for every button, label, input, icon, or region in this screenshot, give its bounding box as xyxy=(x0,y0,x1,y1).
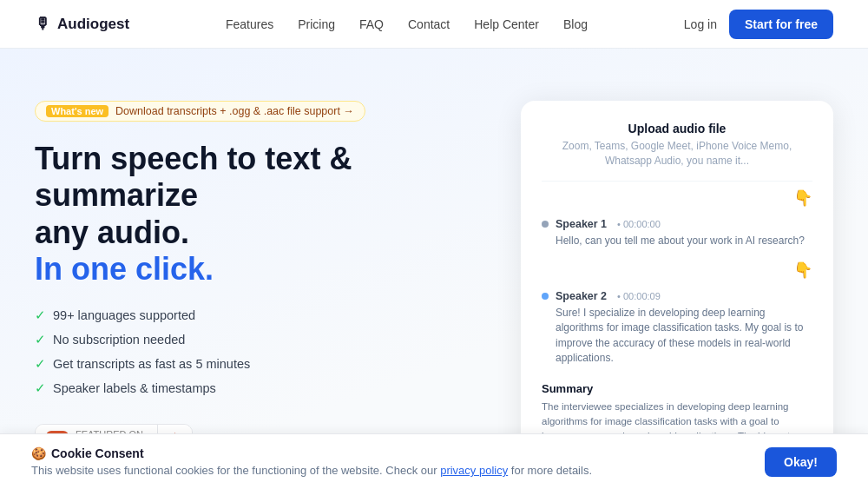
speaker2-name: Speaker 2 xyxy=(556,290,607,302)
speaker1-time: • 00:00:00 xyxy=(617,219,661,229)
nav-link-features[interactable]: Features xyxy=(226,17,273,31)
cookie-privacy-link[interactable]: privacy policy xyxy=(440,464,508,477)
logo-icon: 🎙 xyxy=(35,15,50,33)
speaker2-time: • 00:00:09 xyxy=(617,291,661,301)
speaker1-text: Hello, can you tell me about your work i… xyxy=(542,234,812,248)
check-label-1: 99+ languages supported xyxy=(53,308,195,322)
cookie-desc-end: for more details. xyxy=(508,464,592,477)
nav-link-pricing[interactable]: Pricing xyxy=(298,17,335,31)
badge-tag: What's new xyxy=(46,105,108,117)
nav-actions: Log in Start for free xyxy=(684,10,833,39)
demo-upload-sub: Zoom, Teams, Google Meet, iPhone Voice M… xyxy=(542,139,812,169)
check-icon-4: ✓ xyxy=(35,380,46,396)
check-item-languages: ✓ 99+ languages supported xyxy=(35,307,417,323)
cookie-desc: This website uses functional cookies for… xyxy=(31,464,592,477)
speaker1-name: Speaker 1 xyxy=(556,218,607,230)
hero-section: What's new Download transcripts + .ogg &… xyxy=(0,49,868,489)
check-icon-1: ✓ xyxy=(35,307,46,323)
new-badge[interactable]: What's new Download transcripts + .ogg &… xyxy=(35,101,365,122)
logo-text: Audiogest xyxy=(57,16,129,33)
navbar: 🎙 Audiogest Features Pricing FAQ Contact… xyxy=(0,0,868,49)
hero-title-line3: In one click. xyxy=(35,251,214,287)
cookie-title: 🍪 Cookie Consent xyxy=(31,446,592,460)
hero-checks: ✓ 99+ languages supported ✓ No subscript… xyxy=(35,307,417,396)
badge-text: Download transcripts + .ogg & .aac file … xyxy=(115,105,354,117)
demo-upload-title: Upload audio file xyxy=(542,122,812,135)
speaker2-dot xyxy=(542,293,549,300)
check-icon-3: ✓ xyxy=(35,356,46,372)
hero-left: What's new Download transcripts + .ogg &… xyxy=(35,101,417,460)
login-button[interactable]: Log in xyxy=(684,17,717,31)
nav-link-faq[interactable]: FAQ xyxy=(359,17,384,31)
cookie-title-text: Cookie Consent xyxy=(51,446,144,460)
check-label-4: Speaker labels & timestamps xyxy=(53,381,216,395)
check-label-2: No subscription needed xyxy=(53,333,185,347)
demo-speaker2: Speaker 2 • 00:00:09 Sure! I specialize … xyxy=(542,283,812,373)
check-icon-2: ✓ xyxy=(35,332,46,347)
demo-speaker1-row: Speaker 1 • 00:00:00 xyxy=(542,218,812,230)
speaker1-dot xyxy=(542,221,549,228)
demo-summary-title: Summary xyxy=(542,382,812,395)
nav-link-contact[interactable]: Contact xyxy=(408,17,450,31)
nav-link-help-center[interactable]: Help Center xyxy=(474,17,539,31)
nav-links: Features Pricing FAQ Contact Help Center… xyxy=(226,17,588,31)
cookie-banner: 🍪 Cookie Consent This website uses funct… xyxy=(0,433,868,489)
demo-speaker1: Speaker 1 • 00:00:00 Hello, can you tell… xyxy=(542,211,812,255)
cookie-okay-button[interactable]: Okay! xyxy=(765,447,837,477)
cookie-left: 🍪 Cookie Consent This website uses funct… xyxy=(31,446,592,477)
check-item-labels: ✓ Speaker labels & timestamps xyxy=(35,380,417,396)
speaker2-text: Sure! I specialize in developing deep le… xyxy=(542,306,812,367)
demo-card: Upload audio file Zoom, Teams, Google Me… xyxy=(521,101,833,489)
logo[interactable]: 🎙 Audiogest xyxy=(35,15,129,33)
hero-title-line2: any audio. xyxy=(35,215,189,250)
hero-title-line1: Turn speech to text & summarize xyxy=(35,141,352,213)
check-item-speed: ✓ Get transcripts as fast as 5 minutes xyxy=(35,356,417,372)
check-item-subscription: ✓ No subscription needed xyxy=(35,332,417,347)
check-label-3: Get transcripts as fast as 5 minutes xyxy=(53,357,250,371)
hero-title: Turn speech to text & summarize any audi… xyxy=(35,141,417,288)
demo-upload-section: Upload audio file Zoom, Teams, Google Me… xyxy=(542,122,812,182)
demo-pointer-1: 👇 xyxy=(542,188,812,208)
demo-speaker2-row: Speaker 2 • 00:00:09 xyxy=(542,290,812,302)
start-for-free-button[interactable]: Start for free xyxy=(729,10,833,39)
nav-link-blog[interactable]: Blog xyxy=(563,17,588,31)
cookie-desc-text: This website uses functional cookies for… xyxy=(31,464,440,477)
demo-pointer-2: 👇 xyxy=(542,261,812,280)
cookie-emoji: 🍪 xyxy=(31,446,46,460)
